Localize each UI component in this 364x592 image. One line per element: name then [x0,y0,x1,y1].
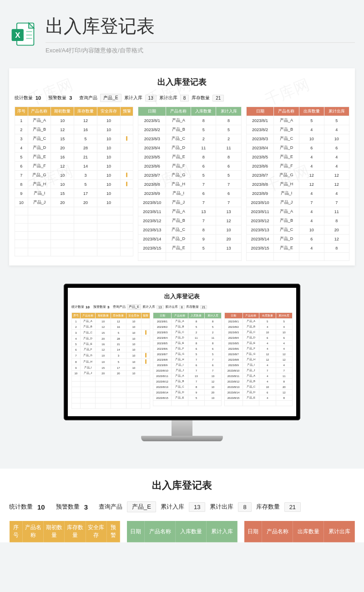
cell: 2023/8/14 [224,390,243,395]
table-row: 2023/8/3产品_C1010 [224,330,292,335]
table-row: 2023/8/2产品_B55 [153,324,221,330]
table-row: 2023/8/4产品_D1111 [138,143,241,153]
table-row: 2023/8/10产品_J77 [246,198,349,207]
cell: 2023/8/11 [246,207,274,216]
cell: 2023/8/6 [246,162,274,171]
table-row [138,253,241,261]
cell [74,224,97,232]
table-row: 7产品_G10310 [15,171,133,180]
cell: 2023/8/6 [138,162,166,171]
cell: 产品_B [166,125,191,134]
cell: 产品_B [172,324,188,330]
cell: 产品_C [80,330,96,336]
cell: 2023/8/2 [153,324,172,330]
warn-cell [120,171,133,180]
cell: 5 [188,352,204,357]
warn-cell [120,125,133,134]
monitor-mockup: 出入库登记表 统计数量 10 预警数量 3 查询产品 产品_E 累计入库 13 … [0,279,364,469]
cell [120,248,133,256]
cell: 2023/8/10 [246,198,274,207]
stat-warn-label: 预警数量 [48,95,66,101]
cell [142,393,150,398]
cell [166,253,191,261]
cell: 2023/8/1 [246,116,274,125]
cell: 产品_B [28,125,51,134]
stat-count-val: 10 [35,95,41,101]
cell: 产品_C [172,384,188,390]
warn-cell [142,324,150,330]
table-row [15,240,133,248]
cell [142,398,150,403]
cell: 8 [188,319,204,324]
data-table: 序号产品名称期初数量库存数量安全库存预警1产品_A1012102产品_B1216… [71,312,150,409]
stat-warn-label: 预警数量 [93,305,106,309]
cell: 12 [299,171,324,180]
cell: 10 [97,180,121,189]
cell: 2023/8/15 [138,244,166,253]
cell: 5 [276,319,292,324]
stat-warn-val: 3 [107,305,109,309]
cell [72,382,81,387]
cell: 10 [205,384,221,390]
cell: 6 [205,346,221,352]
cell [299,253,324,261]
cell: 产品_J [80,371,96,376]
cell: 10 [299,225,324,235]
cell [142,387,150,393]
cell: 8 [191,116,216,125]
stat-out-val: 8 [238,502,251,512]
cell: 12 [259,357,276,362]
cell: 10 [126,324,142,330]
table-row [72,376,150,382]
table-row: 2023/8/6产品_F66 [153,346,221,352]
table-row: 2023/8/8产品_H77 [138,180,241,189]
table-row: 6产品_F121410 [72,347,150,352]
cell: 10 [259,330,276,335]
col-header: 累计出库 [324,521,355,542]
cell: 2023/8/11 [153,373,172,379]
cell: 7 [324,198,349,207]
table-row: 1产品_A101210 [15,116,133,125]
col-header: 预警 [120,107,133,116]
cell: 13 [216,244,241,253]
cell [120,240,133,248]
cell: 4 [324,153,349,162]
col-header: 日期 [138,107,166,116]
cell: 10 [51,116,74,125]
warn-cell [120,134,133,143]
cell: 产品_G [274,171,299,180]
cell: 9 [15,189,28,198]
data-table: 序号产品名称期初数量库存数量安全库存预警1产品_A1012102产品_B1216… [15,107,133,256]
cell: 14 [74,162,97,171]
cell: 7 [15,171,28,180]
cell [28,215,51,224]
cell [51,224,74,232]
cell: 2023/8/2 [224,324,243,330]
table-row: 10产品_J202010 [15,198,133,207]
cell [191,253,216,261]
table-row: 5产品_E162110 [15,153,133,162]
cell: 20 [51,198,74,207]
cell: 6 [276,335,292,341]
table-row: 2023/8/1产品_A55 [224,319,292,324]
cell: 6 [259,390,276,395]
cell: 产品_D [28,143,51,153]
sheet-title: 出入库登记表 [71,292,293,301]
cell: 10 [72,371,81,376]
col-header: 累计出库 [276,313,292,319]
cell: 8 [216,153,241,162]
table-row: 2023/8/7产品_G55 [153,352,221,357]
cell: 2023/8/10 [138,198,166,207]
cell: 6 [299,235,324,244]
table-row [15,224,133,232]
cell: 10 [299,134,324,143]
warn-cell [120,116,133,125]
cell: 2023/8/9 [224,362,243,368]
cell: 7 [188,357,204,362]
cell: 12 [324,180,349,189]
table-row [153,401,221,406]
cell: 5 [324,116,349,125]
cell [51,207,74,215]
cell: 产品_F [274,162,299,171]
cell: 5 [111,330,126,336]
